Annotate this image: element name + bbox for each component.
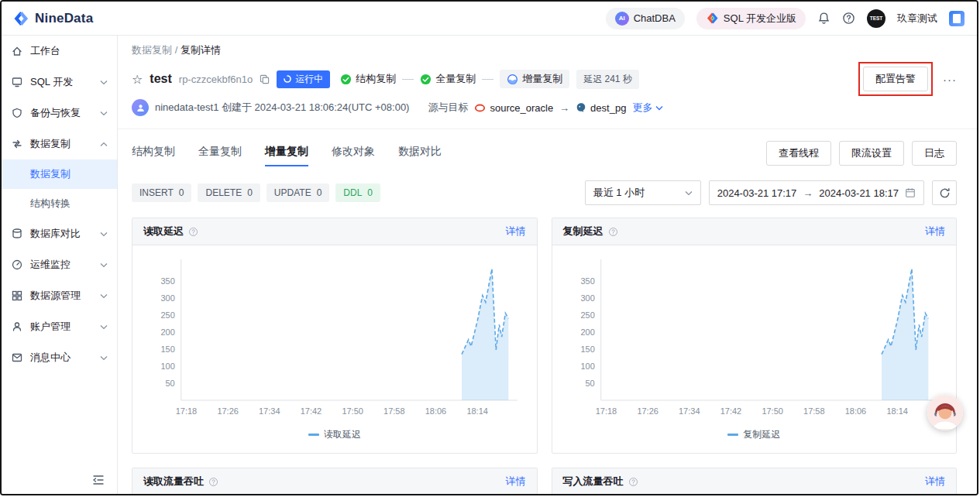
svg-text:200: 200 [160, 327, 174, 337]
time-filter-controls: 最近 1 小时 2024-03-21 17:17 → 2024-03-21 18… [585, 180, 957, 205]
sidebar-item-db-compare[interactable]: 数据库对比 [2, 218, 117, 249]
breadcrumb-parent[interactable]: 数据复制 [132, 44, 172, 56]
docs-icon[interactable] [949, 11, 965, 26]
svg-text:17:42: 17:42 [301, 406, 322, 416]
counter-label: DELETE [205, 187, 242, 198]
sql-enterprise-icon [706, 12, 719, 25]
range-end: 2024-03-21 18:17 [819, 187, 899, 199]
tab-full[interactable]: 全量复制 [198, 140, 242, 166]
svg-text:350: 350 [160, 276, 174, 286]
breadcrumb-separator: / [175, 44, 178, 56]
sidebar-item-label: 消息中心 [30, 351, 93, 365]
refresh-icon [939, 187, 951, 199]
chatdba-ai-icon: AI [615, 12, 629, 26]
sidebar-subitem-structure-conversion[interactable]: 结构转换 [2, 189, 117, 218]
sidebar-item-message-center[interactable]: 消息中心 [2, 342, 117, 373]
chatdba-button[interactable]: AI ChatDBA [606, 8, 685, 29]
svg-text:250: 250 [160, 310, 174, 320]
throttle-settings-button[interactable]: 限流设置 [839, 141, 904, 166]
detail-link[interactable]: 详情 [506, 475, 526, 488]
time-preset-select[interactable]: 最近 1 小时 [585, 180, 701, 205]
time-preset-value: 最近 1 小时 [593, 186, 645, 200]
configure-alert-button[interactable]: 配置告警 [863, 67, 928, 91]
read-latency-card: 读取延迟 详情 5010015020025030035017:1817:2617… [132, 218, 538, 454]
svg-text:17:18: 17:18 [595, 406, 617, 416]
legend-label: 复制延迟 [743, 428, 780, 441]
range-arrow: → [803, 187, 813, 199]
sidebar-item-label: 数据源管理 [30, 289, 93, 303]
counter-value: 0 [247, 187, 253, 198]
svg-text:17:42: 17:42 [720, 406, 741, 416]
range-start: 2024-03-21 17:17 [717, 187, 797, 199]
replication-latency-chart: 5010015020025030035017:1817:2617:3417:42… [557, 252, 952, 428]
help-icon[interactable] [842, 12, 855, 25]
copy-icon[interactable] [260, 74, 270, 84]
more-link[interactable]: 更多 [632, 101, 663, 115]
chart-title: 读取延迟 [143, 225, 184, 238]
sidebar-item-account-mgmt[interactable]: 账户管理 [2, 311, 117, 342]
sidebar-item-workbench[interactable]: 工作台 [2, 36, 117, 67]
sql-enterprise-button[interactable]: SQL 开发企业版 [696, 8, 806, 29]
date-range-picker[interactable]: 2024-03-21 17:17 → 2024-03-21 18:17 [709, 180, 924, 205]
collapse-sidebar-icon[interactable] [92, 475, 105, 485]
help-icon[interactable] [608, 227, 618, 237]
view-threads-button[interactable]: 查看线程 [766, 141, 831, 166]
logs-button[interactable]: 日志 [912, 141, 957, 166]
tab-structure[interactable]: 结构复制 [132, 140, 175, 166]
svg-text:100: 100 [160, 362, 174, 371]
tab-actions: 查看线程 限流设置 日志 [766, 141, 957, 166]
legend-swatch [727, 434, 738, 436]
sidebar-item-ops-monitoring[interactable]: 运维监控 [2, 249, 117, 280]
customer-support-button[interactable] [927, 395, 963, 430]
svg-text:18:14: 18:14 [886, 406, 908, 416]
task-title: test [150, 72, 171, 86]
chart-legend[interactable]: 读取延迟 [137, 428, 532, 441]
svg-text:17:50: 17:50 [762, 406, 783, 416]
counter-label: UPDATE [274, 187, 311, 198]
delay-badge: 延迟 241 秒 [576, 70, 639, 89]
chart-body: 5010015020025030035017:1817:2617:3417:42… [132, 245, 537, 453]
help-icon[interactable] [208, 477, 218, 487]
legend-label: 读取延迟 [324, 428, 361, 441]
check-circle-icon [420, 74, 432, 85]
counter-value: 0 [317, 187, 322, 198]
ninedata-logo-icon [12, 10, 29, 27]
sidebar-item-sql-dev[interactable]: SQL 开发 [2, 67, 117, 98]
running-spinner-icon [284, 75, 291, 83]
sidebar-subitem-data-replication[interactable]: 数据复制 [2, 159, 117, 189]
grid-icon [11, 290, 23, 302]
breadcrumb: 数据复制 / 复制详情 [118, 36, 977, 63]
sidebar-item-datasource-mgmt[interactable]: 数据源管理 [2, 280, 117, 311]
source-chip: source_oracle [474, 102, 553, 114]
sidebar-item-backup-restore[interactable]: 备份与恢复 [2, 98, 117, 129]
chart-legend[interactable]: 复制延迟 [557, 428, 952, 441]
svg-text:350: 350 [580, 276, 594, 286]
more-actions-button[interactable]: ··· [943, 73, 957, 86]
chart-body: 5010015020025030035017:1817:2617:3417:42… [552, 245, 957, 453]
tab-data-compare[interactable]: 数据对比 [398, 140, 442, 166]
detail-link[interactable]: 详情 [925, 225, 945, 238]
topbar: NineData AI ChatDBA SQL 开发企业版 [2, 2, 977, 36]
chevron-down-icon [100, 293, 108, 299]
refresh-button[interactable] [932, 180, 957, 205]
help-icon[interactable] [188, 227, 198, 237]
tab-modify-objects[interactable]: 修改对象 [332, 140, 375, 166]
notification-bell-icon[interactable] [817, 12, 830, 25]
sidebar-item-label: 数据复制 [30, 137, 93, 151]
sidebar-item-data-replication[interactable]: 数据复制 [2, 129, 117, 159]
detail-link[interactable]: 详情 [925, 475, 945, 488]
write-throughput-card: 写入流量吞吐 详情 [552, 468, 958, 495]
tab-incremental[interactable]: 增量复制 [265, 140, 308, 166]
favorite-star-icon[interactable]: ☆ [132, 72, 143, 87]
help-icon[interactable] [628, 477, 638, 487]
source-name: source_oracle [490, 102, 553, 114]
brand[interactable]: NineData [12, 10, 93, 27]
replication-steps: 结构复制 全量复制 [340, 70, 569, 88]
svg-text:17:58: 17:58 [803, 406, 825, 416]
user-avatar[interactable]: TEST [867, 9, 885, 28]
oracle-icon [474, 104, 486, 112]
detail-link[interactable]: 详情 [506, 225, 526, 238]
svg-text:17:26: 17:26 [637, 406, 658, 416]
svg-text:200: 200 [580, 327, 594, 337]
app-window: NineData AI ChatDBA SQL 开发企业版 [0, 0, 978, 495]
